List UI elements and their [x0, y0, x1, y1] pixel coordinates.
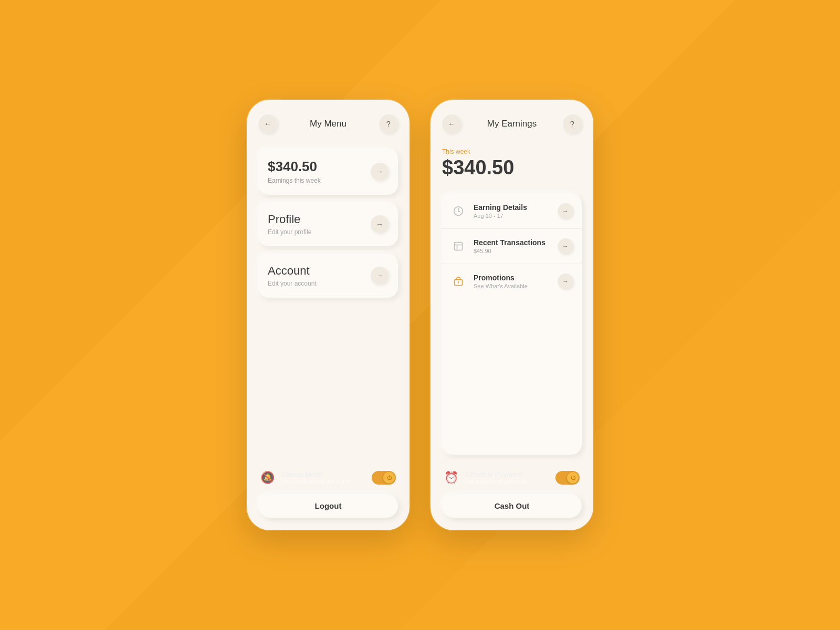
- schedule-toggle-knob: ⏻: [567, 472, 579, 484]
- left-back-button[interactable]: ←: [258, 114, 277, 133]
- profile-card[interactable]: Profile Edit your profile →: [258, 202, 398, 246]
- right-phone: ← My Earnings ? This week $340.50 Earnin…: [430, 100, 593, 530]
- account-card[interactable]: Account Edit your account →: [258, 254, 398, 298]
- account-title: Account: [268, 264, 371, 278]
- logout-button[interactable]: Logout: [258, 494, 398, 518]
- recent-transactions-content: Recent Transactions $45.90: [474, 238, 550, 254]
- left-top-bar: ← My Menu ?: [258, 114, 398, 133]
- right-top-bar: ← My Earnings ?: [442, 114, 582, 133]
- right-back-button[interactable]: ←: [442, 114, 461, 133]
- silence-desc: Your notifications are silent.: [281, 478, 365, 485]
- recent-transactions-arrow[interactable]: →: [558, 238, 573, 254]
- schedule-toggle[interactable]: ⏻: [555, 471, 580, 485]
- schedule-desc: Set a payment schedule.: [465, 478, 549, 485]
- silence-mode-row: 🔕 Silence Mode Your notifications are si…: [258, 470, 398, 485]
- profile-title: Profile: [268, 213, 371, 226]
- left-bottom-section: 🔕 Silence Mode Your notifications are si…: [258, 462, 398, 518]
- earnings-subtitle: Earnings this week: [268, 177, 371, 184]
- earnings-card[interactable]: $340.50 Earnings this week →: [258, 148, 398, 195]
- week-label: This week: [442, 148, 582, 155]
- silence-toggle[interactable]: ⏻: [372, 471, 396, 485]
- toggle-knob: ⏻: [383, 472, 395, 484]
- right-help-button[interactable]: ?: [563, 114, 582, 133]
- svg-rect-1: [455, 243, 463, 250]
- recent-transactions-title: Recent Transactions: [474, 238, 550, 247]
- right-page-title: My Earnings: [487, 119, 537, 129]
- left-phone: ← My Menu ? $340.50 Earnings this week →…: [247, 100, 410, 530]
- earning-details-title: Earning Details: [474, 203, 550, 212]
- schedule-icon: ⏰: [444, 471, 458, 485]
- earning-details-arrow[interactable]: →: [558, 203, 573, 219]
- recent-transactions-icon: [450, 238, 466, 254]
- account-desc: Edit your account: [268, 280, 371, 287]
- silence-icon: 🔕: [260, 471, 275, 485]
- schedule-payment-row: ⏰ Schedule Payment Set a payment schedul…: [442, 470, 582, 485]
- schedule-title: Schedule Payment: [465, 470, 549, 478]
- screens-container: ← My Menu ? $340.50 Earnings this week →…: [247, 100, 593, 530]
- recent-transactions-sub: $45.90: [474, 248, 550, 254]
- profile-card-content: Profile Edit your profile: [268, 213, 371, 236]
- silence-text: Silence Mode Your notifications are sile…: [281, 470, 365, 485]
- earnings-card-content: $340.50 Earnings this week: [268, 159, 371, 184]
- left-page-title: My Menu: [310, 119, 346, 129]
- account-card-content: Account Edit your account: [268, 264, 371, 287]
- earning-details-content: Earning Details Aug 10 - 17: [474, 203, 550, 219]
- earning-details-row[interactable]: Earning Details Aug 10 - 17 →: [442, 194, 582, 229]
- left-help-button[interactable]: ?: [379, 114, 398, 133]
- silence-title: Silence Mode: [281, 470, 365, 478]
- promotions-arrow[interactable]: →: [558, 274, 573, 289]
- recent-transactions-row[interactable]: Recent Transactions $45.90 →: [442, 229, 582, 264]
- earning-details-icon: [450, 203, 466, 219]
- promotions-icon: [450, 274, 466, 289]
- earnings-arrow[interactable]: →: [371, 163, 388, 181]
- earnings-amount: $340.50: [442, 156, 582, 179]
- cashout-button[interactable]: Cash Out: [442, 494, 582, 518]
- profile-desc: Edit your profile: [268, 228, 371, 236]
- right-bottom-section: ⏰ Schedule Payment Set a payment schedul…: [442, 462, 582, 518]
- schedule-text: Schedule Payment Set a payment schedule.: [465, 470, 549, 485]
- earnings-value: $340.50: [268, 159, 371, 175]
- account-arrow[interactable]: →: [371, 267, 388, 285]
- promotions-row[interactable]: Promotions See What's Available →: [442, 264, 582, 299]
- promotions-sub: See What's Available: [474, 283, 550, 289]
- earnings-list-card: Earning Details Aug 10 - 17 → Recent Tra…: [442, 194, 582, 455]
- promotions-content: Promotions See What's Available: [474, 274, 550, 289]
- promotions-title: Promotions: [474, 274, 550, 282]
- earnings-header: This week $340.50: [442, 148, 582, 190]
- earning-details-sub: Aug 10 - 17: [474, 213, 550, 219]
- profile-arrow[interactable]: →: [371, 215, 388, 233]
